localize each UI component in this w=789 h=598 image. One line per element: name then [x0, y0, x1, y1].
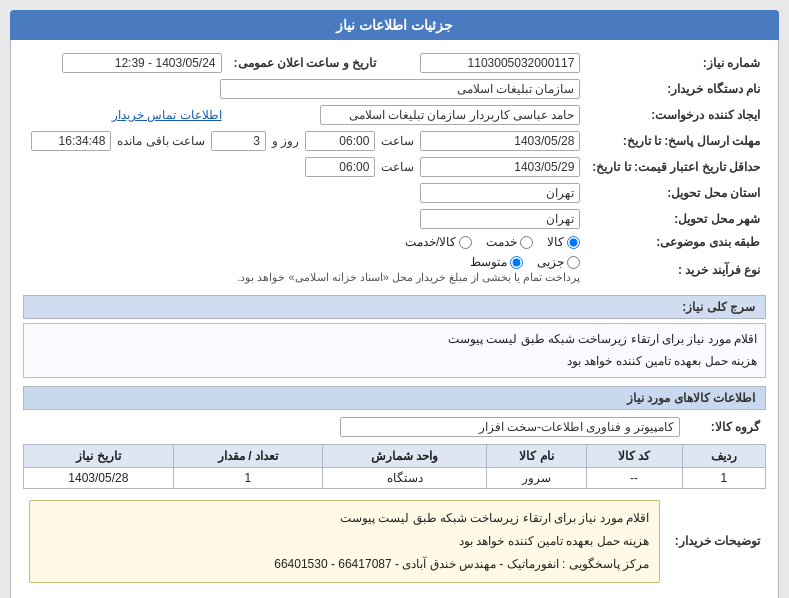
row-min-validity: حداقل تاریخ اعتبار قیمت: تا تاریخ: 1403/…: [23, 154, 766, 180]
buyer-desc-value: اقلام مورد نیاز برای ارتقاء زیرساخت شبکه…: [23, 497, 666, 585]
need-number-display: 1103005032000117: [420, 53, 580, 73]
purchase-type-label: نوع فرآیند خرید :: [586, 252, 766, 287]
group-table: گروه کالا: کامپیوتر و فناوری اطلاعات-سخت…: [23, 414, 766, 440]
need-desc-box: اقلام مورد نیاز برای ارتقاء زیرساخت شبکه…: [23, 323, 766, 378]
need-number-label: شماره نیاز:: [586, 50, 766, 76]
col-unit: واحد شمارش: [323, 445, 487, 468]
creator-value: حامد عباسی کاربردار سازمان تبلیغات اسلام…: [228, 102, 587, 128]
buyer-desc-line3: مرکز پاسخگویی : انفورماتیک - مهندس خندق …: [40, 553, 649, 576]
province-label: استان محل تحویل:: [586, 180, 766, 206]
reply-day-display: 3: [211, 131, 266, 151]
group-display: کامپیوتر و فناوری اطلاعات-سخت افزار: [340, 417, 680, 437]
reply-time-label: ساعت: [381, 134, 414, 148]
reply-remain-display: 16:34:48: [31, 131, 111, 151]
min-validity-date-display: 1403/05/29: [420, 157, 580, 177]
items-table-head: ردیف کد کالا نام کالا واحد شمارش تعداد /…: [24, 445, 766, 468]
table-row: 1--سروردستگاه11403/05/28: [24, 468, 766, 489]
min-validity-value: 1403/05/29 ساعت 06:00: [23, 154, 586, 180]
contact-link[interactable]: اطلاعات تماس خریدار: [112, 108, 222, 122]
purchase-note: پرداخت تمام یا بخشی از مبلغ خریدار محل «…: [237, 271, 580, 284]
need-desc-line1: اقلام مورد نیاز برای ارتقاء زیرساخت شبکه…: [32, 329, 757, 351]
page-header: جزئیات اطلاعات نیاز: [10, 10, 779, 40]
group-label: گروه کالا:: [686, 414, 766, 440]
need-desc-section-title: سرج کلی نیاز:: [23, 295, 766, 319]
category-kala-radio[interactable]: [567, 236, 580, 249]
buyer-org-display: سازمان تبلیغات اسلامی: [220, 79, 580, 99]
page-title: جزئیات اطلاعات نیاز: [336, 17, 453, 33]
reply-remain-label: ساعت باقی مانده: [117, 134, 205, 148]
col-row: ردیف: [682, 445, 765, 468]
items-section-title: اطلاعات کالاهای مورد نیاز: [23, 386, 766, 410]
items-table: ردیف کد کالا نام کالا واحد شمارش تعداد /…: [23, 444, 766, 489]
row-group: گروه کالا: کامپیوتر و فناوری اطلاعات-سخت…: [23, 414, 766, 440]
cell-unit: دستگاه: [323, 468, 487, 489]
buyer-desc-label: توضیحات خریدار:: [666, 497, 766, 585]
reply-day-label: روز و: [272, 134, 299, 148]
category-khedmat-radio[interactable]: [520, 236, 533, 249]
category-kala-label: کالا: [547, 235, 564, 249]
reply-date-display: 1403/05/28: [420, 131, 580, 151]
cell-code: --: [586, 468, 682, 489]
min-validity-label: حداقل تاریخ اعتبار قیمت: تا تاریخ:: [586, 154, 766, 180]
row-buyer-desc: توضیحات خریدار: اقلام مورد نیاز برای ارت…: [23, 497, 766, 585]
purchase-type-mota-radio[interactable]: [510, 256, 523, 269]
province-value: تهران: [23, 180, 586, 206]
category-kala[interactable]: کالا: [547, 235, 580, 249]
purchase-type-jozii-label: جزیی: [537, 255, 564, 269]
buyer-desc-table: توضیحات خریدار: اقلام مورد نیاز برای ارت…: [23, 497, 766, 585]
city-display: تهران: [420, 209, 580, 229]
contact-link-cell[interactable]: اطلاعات تماس خریدار: [23, 102, 228, 128]
items-info-label: اطلاعات کالاهای مورد نیاز: [627, 391, 755, 405]
reply-deadline-label: مهلت ارسال پاسخ: تا تاریخ:: [586, 128, 766, 154]
min-validity-time-label: ساعت: [381, 160, 414, 174]
row-province: استان محل تحویل: تهران: [23, 180, 766, 206]
min-validity-time-display: 06:00: [305, 157, 375, 177]
row-need-number: شماره نیاز: 1103005032000117 تاریخ و ساع…: [23, 50, 766, 76]
purchase-type-mota[interactable]: متوسط: [470, 255, 523, 269]
creator-display: حامد عباسی کاربردار سازمان تبلیغات اسلام…: [320, 105, 580, 125]
buyer-desc-line2: هزینه حمل بعهده تامین کننده خواهد بود: [40, 530, 649, 553]
col-date: تاریخ نیاز: [24, 445, 174, 468]
row-city: شهر محل تحویل: تهران: [23, 206, 766, 232]
purchase-type-jozii[interactable]: جزیی: [537, 255, 580, 269]
category-khedmat-label: خدمت: [486, 235, 517, 249]
city-value: تهران: [23, 206, 586, 232]
date-label: تاریخ و ساعت اعلان عمومی:: [228, 50, 382, 76]
need-desc-line2: هزینه حمل بعهده تامین کننده خواهد بود: [32, 351, 757, 373]
row-creator: ایجاد کننده درخواست: حامد عباسی کاربردار…: [23, 102, 766, 128]
need-desc-label: سرج کلی نیاز:: [682, 300, 755, 314]
need-number-value: 1103005032000117: [382, 50, 586, 76]
items-table-body: 1--سروردستگاه11403/05/28: [24, 468, 766, 489]
page-container: جزئیات اطلاعات نیاز شماره نیاز: 11030050…: [0, 0, 789, 598]
date-display: 1403/05/24 - 12:39: [62, 53, 222, 73]
date-value: 1403/05/24 - 12:39: [23, 50, 228, 76]
purchase-type-jozii-radio[interactable]: [567, 256, 580, 269]
info-table: شماره نیاز: 1103005032000117 تاریخ و ساع…: [23, 50, 766, 287]
reply-time-display: 06:00: [305, 131, 375, 151]
category-label: طبقه بندی موضوعی:: [586, 232, 766, 252]
city-label: شهر محل تحویل:: [586, 206, 766, 232]
buyer-org-label: نام دستگاه خریدار:: [586, 76, 766, 102]
row-reply-deadline: مهلت ارسال پاسخ: تا تاریخ: 1403/05/28 سا…: [23, 128, 766, 154]
purchase-type-value: جزیی متوسط پرداخت تمام یا بخشی از مبلغ خ…: [23, 252, 586, 287]
province-display: تهران: [420, 183, 580, 203]
category-value: کالا خدمت کالا/خدمت: [23, 232, 586, 252]
group-value: کامپیوتر و فناوری اطلاعات-سخت افزار: [23, 414, 686, 440]
reply-deadline-value: 1403/05/28 ساعت 06:00 روز و 3 ساعت باقی …: [23, 128, 586, 154]
buyer-desc-box: اقلام مورد نیاز برای ارتقاء زیرساخت شبکه…: [29, 500, 660, 582]
items-table-header-row: ردیف کد کالا نام کالا واحد شمارش تعداد /…: [24, 445, 766, 468]
cell-name: سرور: [487, 468, 587, 489]
category-kala-khedmat[interactable]: کالا/خدمت: [405, 235, 472, 249]
col-qty: تعداد / مقدار: [173, 445, 323, 468]
category-khedmat[interactable]: خدمت: [486, 235, 533, 249]
cell-date: 1403/05/28: [24, 468, 174, 489]
row-buyer-org: نام دستگاه خریدار: سازمان تبلیغات اسلامی: [23, 76, 766, 102]
main-content: شماره نیاز: 1103005032000117 تاریخ و ساع…: [10, 40, 779, 598]
row-category: طبقه بندی موضوعی: کالا خدمت: [23, 232, 766, 252]
buyer-org-value: سازمان تبلیغات اسلامی: [23, 76, 586, 102]
buyer-desc-line1: اقلام مورد نیاز برای ارتقاء زیرساخت شبکه…: [40, 507, 649, 530]
category-kala-khedmat-radio[interactable]: [459, 236, 472, 249]
col-code: کد کالا: [586, 445, 682, 468]
purchase-type-mota-label: متوسط: [470, 255, 507, 269]
creator-label: ایجاد کننده درخواست:: [586, 102, 766, 128]
